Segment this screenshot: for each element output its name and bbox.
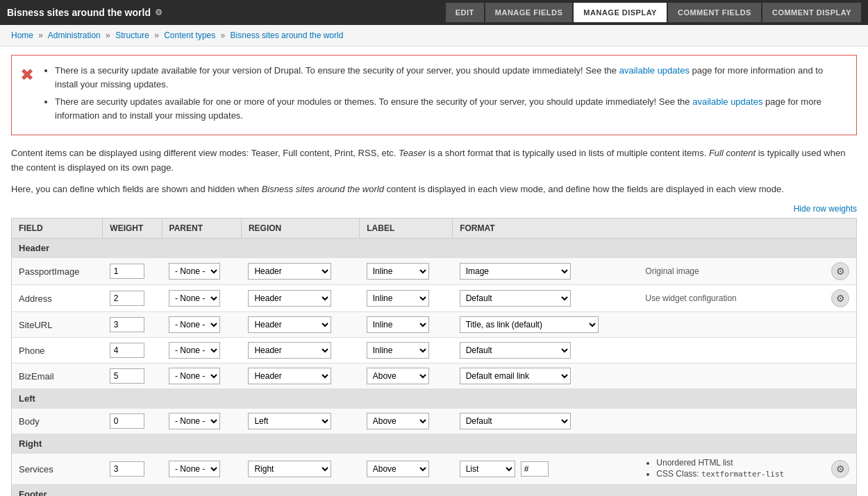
fields-table: FIELD WEIGHT PARENT REGION LABEL FORMAT … [11,218,857,496]
alert-item-1: There is a security update available for… [55,64,848,91]
region-select[interactable]: Header [248,290,331,307]
format-extra-input[interactable] [521,461,549,477]
gear-button[interactable]: ⚙ [831,262,849,280]
site-title: Bisness sites around the world ⚙ [7,7,162,18]
region-select[interactable]: Header [248,368,331,384]
alert-box: ✖ There is a security update available f… [11,55,857,135]
region-cell: Header [241,312,359,338]
alert-icon: ✖ [20,65,34,85]
region-cell: Right [241,454,359,485]
weight-input[interactable] [110,368,144,384]
breadcrumb-home[interactable]: Home [11,31,33,40]
parent-select[interactable]: - None - [169,316,220,333]
field-name: Services [12,454,103,485]
main-content: ✖ There is a security update available f… [0,46,868,496]
format-select[interactable]: Default [460,290,571,307]
label-select[interactable]: Above [367,461,429,477]
weight-cell [103,364,162,389]
table-header-row: FIELD WEIGHT PARENT REGION LABEL FORMAT [12,219,857,239]
table-row: BizEmail- None -HeaderAboveDefault email… [12,364,857,389]
breadcrumb-structure[interactable]: Structure [115,31,149,40]
table-row: Services- None -RightAboveListUnordered … [12,454,857,485]
alert-item-2: There are security updates available for… [55,95,848,122]
available-updates-link-2[interactable]: available updates [692,96,762,107]
field-name: Address [12,285,103,312]
parent-cell: - None - [162,454,241,485]
format-select[interactable]: Title, as link (default) [460,316,599,333]
alert-content: There is a security update available for… [42,64,848,126]
weight-cell [103,258,162,285]
format-cell: Default email link [453,364,639,389]
table-row: SiteURL- None -HeaderInlineTitle, as lin… [12,312,857,338]
format-select[interactable]: Default [460,413,571,429]
format-note-cell [638,312,824,338]
parent-select[interactable]: - None - [169,368,220,384]
hide-row-weights-link[interactable]: Hide row weights [794,204,857,214]
breadcrumb-content-types[interactable]: Content types [164,31,215,40]
parent-select[interactable]: - None - [169,290,220,307]
format-select[interactable]: Image [460,263,571,280]
label-select[interactable]: Inline [367,290,429,307]
breadcrumb-content-type[interactable]: Bisness sites around the world [231,31,344,40]
region-select[interactable]: Header [248,263,331,280]
gear-cell [824,338,857,364]
format-select[interactable]: Default email link [460,368,571,384]
field-name: Body [12,409,103,434]
weight-input[interactable] [110,264,144,279]
parent-select[interactable]: - None - [169,342,220,359]
available-updates-link-1[interactable]: available updates [619,65,690,76]
parent-select[interactable]: - None - [169,461,220,477]
weight-input[interactable] [110,317,144,332]
field-name: PassportImage [12,258,103,285]
gear-cell [824,364,857,389]
tab-manage-fields[interactable]: MANAGE FIELDS [485,3,573,22]
format-note-cell [638,338,824,364]
weight-cell [103,312,162,338]
tab-manage-display[interactable]: MANAGE DISPLAY [574,3,667,22]
gear-button[interactable]: ⚙ [831,289,849,307]
weight-cell [103,409,162,434]
col-field: FIELD [12,219,103,239]
format-select[interactable]: Default [460,342,571,359]
parent-cell: - None - [162,409,241,434]
site-settings-icon[interactable]: ⚙ [155,8,162,17]
tab-comment-display[interactable]: COMMENT DISPLAY [762,3,861,22]
region-select[interactable]: Header [248,316,331,333]
table-row: Phone- None -HeaderInlineDefault [12,338,857,364]
weight-cell [103,285,162,312]
format-cell: Default [453,338,639,364]
weight-input[interactable] [110,413,144,429]
region-cell: Header [241,258,359,285]
section-header-right: Right [12,434,857,454]
parent-cell: - None - [162,312,241,338]
section-header-footer: Footer [12,485,857,496]
region-select[interactable]: Right [248,461,331,477]
format-select[interactable]: List [460,461,515,477]
label-select[interactable]: Inline [367,316,429,333]
gear-button[interactable]: ⚙ [831,460,849,478]
col-weight: WEIGHT [103,219,162,239]
region-select[interactable]: Header [248,342,331,359]
weight-input[interactable] [110,291,144,306]
region-select[interactable]: Left [248,413,331,429]
region-cell: Left [241,409,359,434]
field-name: SiteURL [12,312,103,338]
label-select[interactable]: Above [367,413,429,429]
label-select[interactable]: Inline [367,263,429,280]
parent-select[interactable]: - None - [169,413,220,429]
weight-input[interactable] [110,343,144,358]
tab-edit[interactable]: EDIT [446,3,484,22]
breadcrumb-admin[interactable]: Administration [48,31,101,40]
label-select[interactable]: Above [367,368,429,384]
format-note-cell: Use widget configuration [638,285,824,312]
table-row: Address- None -HeaderInlineDefaultUse wi… [12,285,857,312]
tab-comment-fields[interactable]: COMMENT FIELDS [668,3,761,22]
col-region: REGION [241,219,359,239]
gear-cell: ⚙ [824,285,857,312]
label-select[interactable]: Inline [367,342,429,359]
parent-select[interactable]: - None - [169,263,220,280]
format-note-cell: Unordered HTML listCSS Class: textformat… [638,454,824,485]
table-row: PassportImage- None -HeaderInlineImageOr… [12,258,857,285]
weight-input[interactable] [110,461,144,477]
format-cell: Image [453,258,639,285]
